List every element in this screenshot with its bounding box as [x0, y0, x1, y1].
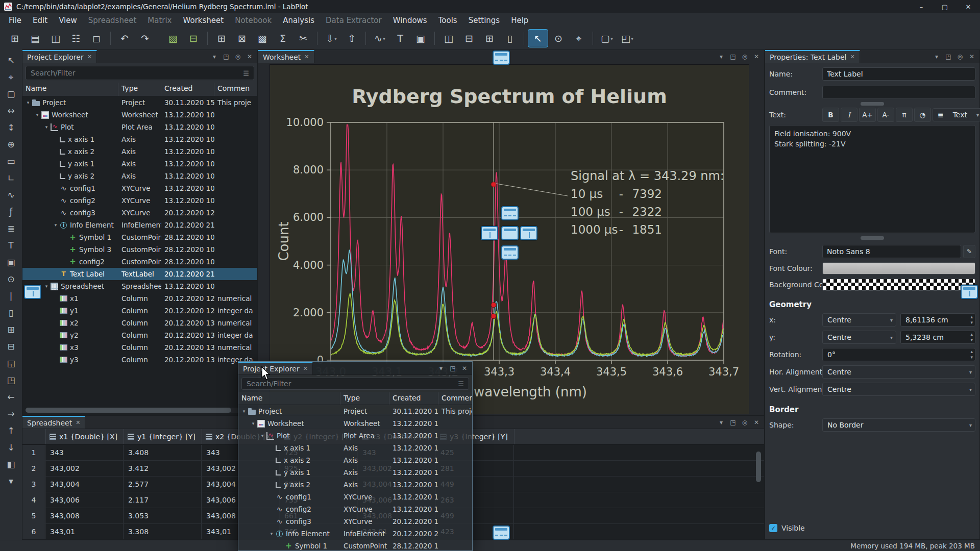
- vertical-layout-button[interactable]: ◫: [439, 30, 458, 47]
- float-icon[interactable]: [221, 52, 231, 62]
- select-region-button[interactable]: ◧: [3, 457, 19, 472]
- x-anchor-combo[interactable]: Centre: [822, 313, 896, 327]
- info-label-series[interactable]: 1000 µs: [571, 223, 618, 236]
- select-button[interactable]: ↖: [3, 53, 19, 68]
- spreadsheet-cell[interactable]: 343,01: [45, 524, 124, 539]
- menu-settings[interactable]: Settings: [463, 13, 506, 27]
- label-text-editor[interactable]: Field ionisation: 900V Stark splitting: …: [769, 125, 975, 233]
- redo-button[interactable]: ↷: [135, 30, 155, 47]
- zoom-region-button[interactable]: ▢▾: [597, 30, 617, 47]
- menu-worksheet[interactable]: Worksheet: [178, 13, 230, 27]
- dock-drop-indicator-bottom[interactable]: [493, 525, 510, 540]
- dock-drop-indicator-top[interactable]: [493, 51, 510, 65]
- new-worksheet-button[interactable]: ▧: [163, 30, 183, 47]
- spreadsheet-cell[interactable]: 343,006: [45, 492, 124, 508]
- floating-project-explorer[interactable]: Project Explorer NameTypeCreatedCommen ▾…: [238, 361, 473, 551]
- visible-checkbox[interactable]: [769, 524, 777, 532]
- tree-row-config2[interactable]: config2XYCurve13.12.2020 10:11: [238, 503, 472, 515]
- tab-project-explorer[interactable]: Project Explorer: [22, 50, 97, 63]
- tree-row-info-element[interactable]: ▾Info ElementInfoElement20.12.2020 21:15: [22, 219, 257, 231]
- tab-floating-project-explorer[interactable]: Project Explorer: [238, 362, 313, 374]
- caret-down-icon[interactable]: [716, 52, 726, 62]
- tree-row-x3[interactable]: x3Column20.12.2020 13:56numerical: [22, 341, 257, 354]
- close-button[interactable]: ✕: [957, 0, 980, 13]
- tab-close-icon[interactable]: [87, 54, 92, 60]
- panel-resize-grip[interactable]: [861, 102, 884, 106]
- maximize-button[interactable]: ▢: [933, 0, 957, 13]
- caret-down-icon[interactable]: [436, 363, 446, 373]
- menu-matrix[interactable]: Matrix: [142, 13, 177, 27]
- tree-row-config3[interactable]: config3XYCurve20.12.2020 12:39: [238, 515, 472, 528]
- tree-row-config2[interactable]: config2XYCurve13.12.2020 10:11: [22, 194, 257, 207]
- add-xy-curve-button[interactable]: ∿: [3, 187, 19, 203]
- row-header[interactable]: 5: [22, 508, 45, 523]
- float-icon[interactable]: [943, 52, 953, 62]
- caret-down-icon[interactable]: [716, 417, 726, 428]
- tree-row-y-axis-2[interactable]: y axis 2Axis13.12.2020 10:01: [238, 479, 472, 491]
- tab-close-icon[interactable]: [303, 365, 308, 372]
- spreadsheet-cell[interactable]: 343,008: [45, 508, 124, 523]
- info-label-series[interactable]: 100 µs: [571, 205, 610, 218]
- import-data-button[interactable]: ⇩▾: [322, 30, 341, 47]
- tab-close-icon[interactable]: [304, 54, 309, 60]
- add-text-button[interactable]: T: [3, 238, 19, 253]
- explorer-column-header[interactable]: NameTypeCreatedCommen: [22, 83, 257, 96]
- undo-button[interactable]: ↶: [115, 30, 134, 47]
- presenter-mode-button[interactable]: ◳: [3, 372, 19, 388]
- close-icon[interactable]: [459, 363, 470, 373]
- float-icon[interactable]: [728, 417, 738, 428]
- tree-row-config3[interactable]: config3XYCurve20.12.2020 12:39: [22, 207, 257, 219]
- tree-row-y-axis-1[interactable]: y axis 1Axis13.12.2020 10:01: [22, 158, 257, 170]
- filter-options-icon[interactable]: [456, 379, 466, 388]
- column-header-name[interactable]: Name: [238, 392, 340, 405]
- column-header-type[interactable]: Type: [118, 83, 161, 96]
- info-marker-point[interactable]: [491, 182, 496, 187]
- navigate-mode-button[interactable]: ↖: [528, 30, 548, 47]
- expand-arrow-icon[interactable]: ▾: [34, 112, 41, 117]
- tree-row-worksheet[interactable]: ▾WorksheetWorksheet13.12.2020 10:01: [238, 417, 472, 430]
- expand-arrow-icon[interactable]: ▾: [259, 433, 266, 438]
- vert-alignment-combo[interactable]: Centre: [822, 383, 975, 396]
- x-position-spinbox[interactable]: 8,61136 cm ▴▾: [900, 313, 975, 327]
- row-header[interactable]: 6: [22, 524, 45, 539]
- menu-tools[interactable]: Tools: [433, 13, 463, 27]
- zoom-out-button[interactable]: ⊟: [3, 339, 19, 354]
- tab-close-icon[interactable]: [76, 419, 80, 426]
- menu-file[interactable]: File: [3, 13, 27, 27]
- expand-arrow-icon[interactable]: ▾: [52, 222, 59, 228]
- spreadsheet-cell[interactable]: 2.577: [124, 477, 202, 492]
- italic-button[interactable]: I: [841, 108, 857, 122]
- rotation-spinbox[interactable]: 0° ▴▾: [822, 348, 975, 361]
- comment-field[interactable]: [822, 86, 975, 99]
- info-marker-point[interactable]: [491, 314, 496, 319]
- spreadsheet-cell[interactable]: 3.408: [124, 445, 202, 460]
- clear-cells-button[interactable]: ✂: [293, 30, 313, 47]
- tree-row-x-axis-2[interactable]: x axis 2Axis13.12.2020 10:01: [22, 145, 257, 158]
- row-header[interactable]: 2: [22, 461, 45, 476]
- font-field[interactable]: [822, 245, 961, 258]
- border-shape-combo[interactable]: No Border: [822, 418, 975, 432]
- tree-row-y-axis-2[interactable]: y axis 2Axis13.12.2020 10:01: [22, 170, 257, 182]
- choose-font-button[interactable]: ✎: [963, 245, 975, 258]
- info-label-series[interactable]: 10 µs: [571, 187, 603, 201]
- floating-column-header[interactable]: NameTypeCreatedCommen: [238, 392, 472, 405]
- y-axis-title[interactable]: Count: [276, 221, 291, 261]
- add-legend-button[interactable]: ≣: [3, 221, 19, 236]
- tree-row-y3[interactable]: y3Column20.12.2020 13:56integer da: [22, 354, 257, 366]
- add-plot-button[interactable]: ▭: [3, 154, 19, 169]
- column-header-name[interactable]: Name: [22, 83, 118, 96]
- bold-button[interactable]: B: [822, 108, 839, 122]
- insert-columns-button[interactable]: ⊠: [232, 30, 252, 47]
- pin-icon[interactable]: [740, 52, 750, 62]
- tree-row-x-axis-2[interactable]: x axis 2Axis13.12.2020 10:01: [238, 454, 472, 466]
- info-label-title[interactable]: Signal at λ = 343.29 nm:: [571, 169, 724, 183]
- spreadsheet-cell[interactable]: 343,002: [45, 461, 124, 476]
- name-field[interactable]: [822, 67, 975, 81]
- tree-row-y-axis-1[interactable]: y axis 1Axis13.12.2020 10:01: [238, 466, 472, 479]
- float-icon[interactable]: [728, 52, 738, 62]
- y-position-spinbox[interactable]: 5,3238 cm ▴▾: [900, 331, 975, 344]
- scrollbar-thumb[interactable]: [26, 408, 231, 413]
- tree-row-worksheet[interactable]: ▾WorksheetWorksheet13.12.2020 10:01: [22, 109, 257, 121]
- subscript-button[interactable]: A-: [877, 108, 894, 122]
- plot-title[interactable]: Rydberg Spectrum of Helium: [352, 85, 667, 108]
